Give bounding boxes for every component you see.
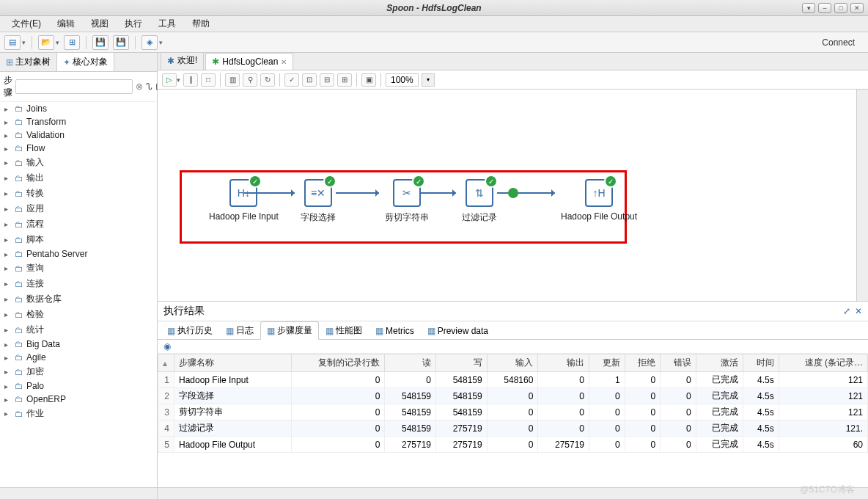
impact-button[interactable]: ⊡ [302, 73, 317, 87]
tree-item[interactable]: ▸🗀作业 [0, 406, 157, 421]
column-header[interactable]: 时间 [743, 354, 779, 372]
canvas[interactable]: H↓✓Hadoop File Input≡✕✓字段选择✂✓剪切字符串⇅✓过滤记录… [158, 90, 856, 301]
sidebar-scrollbar[interactable] [0, 487, 157, 499]
replay-button[interactable]: ↻ [260, 73, 275, 87]
menu-run[interactable]: 执行 [117, 15, 150, 32]
tree-item[interactable]: ▸🗀应用 [0, 201, 157, 216]
show-results-button[interactable]: ▣ [361, 73, 376, 87]
explore-button[interactable]: ⊞ [64, 35, 80, 50]
table-row[interactable]: 3剪切字符串054815954815900000已完成4.5s121 [158, 404, 868, 420]
tree-item[interactable]: ▸🗀统计 [0, 322, 157, 338]
step-node[interactable]: ≡✕✓字段选择 [301, 179, 336, 224]
tree-item[interactable]: ▸🗀连接 [0, 276, 157, 291]
zoom-value[interactable]: 100% [386, 73, 419, 87]
search-input[interactable] [15, 79, 133, 94]
tree-item[interactable]: ▸🗀Pentaho Server [0, 247, 157, 261]
results-scrollbar[interactable] [158, 487, 868, 499]
step-node[interactable]: ✂✓剪切字符串 [385, 179, 429, 224]
run-button[interactable]: ▷ [162, 73, 177, 87]
close-tab-icon[interactable]: ✕ [281, 58, 287, 66]
results-tab[interactable]: ▦Preview data [421, 321, 495, 340]
tree-item[interactable]: ▸🗀Transform [0, 115, 157, 128]
debug-button[interactable]: ⚲ [243, 73, 257, 87]
menu-view[interactable]: 视图 [84, 15, 116, 32]
tree-item[interactable]: ▸🗀数据仓库 [0, 291, 157, 307]
maximize-button[interactable]: □ [834, 3, 847, 13]
menu-tools[interactable]: 工具 [151, 15, 183, 32]
tree-item[interactable]: ▸🗀Agile [0, 351, 157, 364]
stop-button[interactable]: □ [201, 73, 216, 87]
clear-search-icon[interactable]: ⊗ [136, 81, 143, 92]
column-header[interactable]: 激活 [696, 354, 743, 372]
table-row[interactable]: 4过滤记录054815927571900000已完成4.5s121. [158, 420, 868, 437]
column-header[interactable]: 输入 [487, 354, 538, 372]
tab-welcome[interactable]: ✱欢迎! [161, 53, 204, 70]
column-header[interactable]: 更新 [589, 354, 625, 372]
table-row[interactable]: 2字段选择054815954815900000已完成4.5s121 [158, 388, 868, 404]
column-header[interactable]: 复制的记录行数 [292, 354, 385, 372]
tree-item[interactable]: ▸🗀查询 [0, 261, 157, 276]
hop-arrow[interactable] [244, 192, 295, 194]
canvas-vscroll[interactable] [856, 90, 868, 301]
detach-icon[interactable]: ⤢ [843, 306, 850, 316]
column-header[interactable]: 写 [436, 354, 488, 372]
close-results-icon[interactable]: ✕ [855, 306, 862, 316]
eye-icon[interactable]: ◉ [163, 341, 171, 352]
save-button[interactable]: 💾 [92, 35, 108, 50]
column-header[interactable]: 输出 [538, 354, 589, 372]
results-tab[interactable]: ▦执行历史 [161, 321, 219, 340]
tree-item[interactable]: ▸🗀Palo [0, 379, 157, 393]
expand-icon[interactable]: ᔐ [146, 81, 152, 92]
results-tab[interactable]: ▦Metrics [369, 321, 421, 340]
step-node[interactable]: ↑H✓Hadoop File Output [561, 179, 637, 222]
tree-item[interactable]: ▸🗀Validation [0, 128, 157, 142]
verify-button[interactable]: ✓ [284, 73, 299, 87]
open-button[interactable]: 📂 [38, 35, 54, 50]
minimize-button[interactable]: ▾ [802, 3, 815, 13]
results-tab[interactable]: ▦性能图 [319, 321, 369, 340]
explore-db-button[interactable]: ⊞ [337, 73, 352, 87]
steps-tree[interactable]: ▸🗀Joins▸🗀Transform▸🗀Validation▸🗀Flow▸🗀输入… [0, 102, 157, 487]
hop-arrow[interactable] [420, 192, 456, 194]
tab-hdfslogclean[interactable]: ✱HdfsLogClean✕ [205, 53, 293, 70]
results-tab[interactable]: ▦步骤度量 [260, 321, 319, 340]
tree-item[interactable]: ▸🗀流程 [0, 216, 157, 232]
column-header[interactable]: 读 [385, 354, 436, 372]
results-tab[interactable]: ▦日志 [219, 321, 260, 340]
table-row[interactable]: 5Hadoop File Output027571927571902757190… [158, 437, 868, 453]
saveas-button[interactable]: 💾 [113, 35, 129, 50]
tab-core-objects[interactable]: ✦核心对象 [57, 53, 114, 71]
column-header[interactable]: 拒绝 [625, 354, 661, 372]
menu-help[interactable]: 帮助 [185, 15, 217, 32]
column-header[interactable]: 速度 (条记录… [779, 354, 867, 372]
sql-button[interactable]: ⊟ [320, 73, 334, 87]
tree-item[interactable]: ▸🗀输出 [0, 170, 157, 186]
tree-item[interactable]: ▸🗀OpenERP [0, 393, 157, 406]
column-header[interactable]: 错误 [661, 354, 696, 372]
hop-arrow[interactable] [336, 192, 379, 194]
tree-item[interactable]: ▸🗀检验 [0, 307, 157, 322]
tree-item[interactable]: ▸🗀Joins [0, 102, 157, 115]
step-node[interactable]: ⇅✓过滤记录 [462, 179, 497, 224]
tree-item[interactable]: ▸🗀Flow [0, 142, 157, 155]
perspective-button[interactable]: ◈ [141, 35, 158, 50]
tree-item[interactable]: ▸🗀Big Data [0, 338, 157, 351]
table-row[interactable]: 1Hadoop File Input005481595481600100已完成4… [158, 372, 868, 388]
menu-file[interactable]: 文件(E) [4, 15, 48, 32]
column-header[interactable]: 步骤名称 [174, 354, 292, 372]
tree-item[interactable]: ▸🗀输入 [0, 155, 157, 170]
tree-item[interactable]: ▸🗀脚本 [0, 232, 157, 247]
pause-button[interactable]: ‖ [183, 73, 198, 87]
close-button[interactable]: ✕ [850, 3, 864, 13]
menu-edit[interactable]: 编辑 [50, 15, 82, 32]
iconify-button[interactable]: – [818, 3, 831, 13]
tree-item[interactable]: ▸🗀加密 [0, 364, 157, 379]
tree-item[interactable]: ▸🗀转换 [0, 186, 157, 201]
hop-arrow[interactable] [497, 192, 555, 194]
step-node[interactable]: H↓✓Hadoop File Input [209, 179, 279, 222]
column-header[interactable]: ▴ [158, 354, 174, 372]
connect-link[interactable]: Connect [813, 37, 864, 48]
zoom-dropdown[interactable]: ▾ [422, 73, 435, 87]
tab-main-tree[interactable]: ⊞主对象树 [0, 53, 57, 71]
preview-button[interactable]: ▥ [225, 73, 240, 87]
